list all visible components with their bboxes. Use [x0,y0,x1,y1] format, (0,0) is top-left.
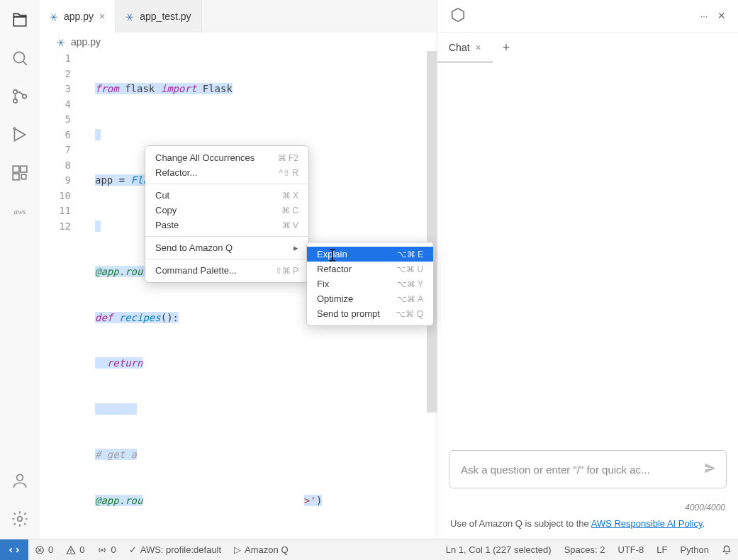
status-cursor-position[interactable]: Ln 1, Col 1 (227 selected) [440,544,558,555]
svg-rect-7 [13,166,19,172]
activity-bar: aws [0,0,40,539]
status-encoding[interactable]: UTF-8 [612,544,651,555]
svg-rect-10 [21,174,26,179]
svg-point-3 [13,90,17,94]
close-icon[interactable]: × [99,11,105,22]
add-tab-button[interactable]: + [493,33,520,62]
explorer-icon[interactable] [10,10,30,30]
svg-line-2 [23,61,26,65]
chat-input[interactable]: Ask a question or enter "/" for quick ac… [449,450,727,488]
menu-paste[interactable]: Paste⌘ V [145,218,308,233]
close-icon[interactable]: × [717,9,725,23]
amazon-q-logo-icon [450,7,466,25]
submenu-optimize[interactable]: Optimize⌥⌘ A [307,291,433,306]
tab-app-test-py[interactable]: ⚹ app_test.py [116,0,201,33]
aws-icon[interactable]: aws [10,201,30,221]
run-debug-icon[interactable] [10,125,30,145]
svg-point-20 [71,551,72,552]
submenu-send-to-prompt[interactable]: Send to prompt⌥⌘ Q [307,306,433,321]
source-control-icon[interactable] [10,86,30,106]
status-amazon-q[interactable]: ▷Amazon Q [228,544,294,555]
status-bar: 0 0 0 ✓AWS: profile:default ▷Amazon Q Ln… [0,539,738,560]
menu-refactor[interactable]: Refactor...^⇧ R [145,165,308,180]
submenu-explain[interactable]: Explain⌥⌘ E [307,247,433,262]
policy-link[interactable]: AWS Responsible AI Policy [591,518,703,529]
extensions-icon[interactable] [10,163,30,183]
submenu-fix[interactable]: Fix⌥⌘ Y [307,276,433,291]
python-file-icon: ⚹ [125,11,134,23]
menu-command-palette[interactable]: Command Palette...⇧⌘ P [145,263,308,278]
remote-button[interactable] [0,539,28,561]
menu-copy[interactable]: Copy⌘ C [145,203,308,218]
context-menu: Change All Occurrences⌘ F2 Refactor...^⇧… [145,145,309,283]
tab-app-py[interactable]: ⚹ app.py × [40,0,116,33]
char-counter: 4000/4000 [437,500,738,518]
svg-rect-8 [21,166,27,172]
more-icon[interactable]: ··· [700,11,708,21]
code-body[interactable]: from flask import Flask app = Flask(__na… [95,51,322,560]
chevron-right-icon: ▸ [293,242,298,253]
amazon-q-submenu: Explain⌥⌘ E Refactor⌥⌘ U Fix⌥⌘ Y Optimiz… [306,242,434,326]
svg-rect-0 [13,17,26,26]
tab-label: app.py [64,11,94,22]
python-file-icon: ⚹ [57,36,65,48]
menu-send-to-amazon-q[interactable]: Send to Amazon Q▸ [145,240,308,255]
vertical-scrollbar[interactable] [427,51,437,413]
svg-point-11 [17,474,23,481]
tab-label: app_test.py [140,11,191,22]
account-icon[interactable] [10,471,30,491]
status-warnings[interactable]: 0 [60,544,91,555]
search-icon[interactable] [10,48,30,68]
svg-point-1 [13,52,24,62]
amazon-q-panel: ··· × Chat × + Ask a question or enter "… [437,0,738,539]
status-language[interactable]: Python [674,544,715,555]
tab-label: Chat [449,42,470,53]
chat-tab[interactable]: Chat × [437,33,493,62]
svg-marker-15 [452,9,464,21]
python-file-icon: ⚹ [50,11,58,23]
breadcrumb[interactable]: ⚹ app.py [40,33,437,51]
status-errors[interactable]: 0 [28,544,60,555]
settings-gear-icon[interactable] [10,509,30,529]
svg-point-5 [23,94,26,98]
breadcrumb-file: app.py [71,36,101,47]
status-bell-icon[interactable] [715,545,738,555]
line-number-gutter: 1 2 3 4 5 6 7 8 9 10 11 12 [40,51,89,234]
status-ports[interactable]: 0 [91,544,122,555]
menu-change-all-occurrences[interactable]: Change All Occurrences⌘ F2 [145,150,308,165]
svg-point-4 [13,99,17,103]
status-eol[interactable]: LF [650,544,673,555]
status-spaces[interactable]: Spaces: 2 [558,544,612,555]
send-icon[interactable] [703,461,717,478]
chat-input-placeholder: Ask a question or enter "/" for quick ac… [461,464,650,476]
svg-rect-9 [13,174,19,180]
footer-disclaimer: Use of Amazon Q is subject to the AWS Re… [437,518,738,539]
menu-cut[interactable]: Cut⌘ X [145,188,308,203]
svg-point-12 [18,517,23,522]
close-icon[interactable]: × [476,42,481,53]
svg-point-21 [101,549,103,550]
submenu-refactor[interactable]: Refactor⌥⌘ U [307,262,433,276]
status-aws-profile[interactable]: ✓AWS: profile:default [123,544,228,555]
